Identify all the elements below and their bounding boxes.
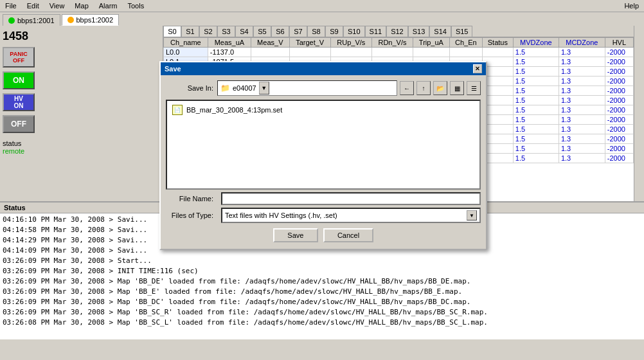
- save-in-dropdown[interactable]: ▼: [259, 82, 269, 94]
- filetype-dropdown-arrow[interactable]: ▼: [467, 210, 477, 221]
- save-in-label: Save In:: [166, 84, 217, 92]
- save-button[interactable]: Save: [273, 228, 318, 242]
- dialog-titlebar: Save ✕: [161, 62, 486, 75]
- file-name-label: File Name:: [166, 195, 217, 203]
- dialog-body: Save In: 📁 e04007 ▼ ← ↑ 📂 ▦ ☰ �: [161, 75, 486, 249]
- file-name-input[interactable]: [221, 192, 481, 205]
- save-in-control: 📁 e04007 ▼ ← ↑ 📂 ▦ ☰: [217, 80, 481, 96]
- folder-icon-small: 📁: [220, 84, 230, 93]
- save-in-row: Save In: 📁 e04007 ▼ ← ↑ 📂 ▦ ☰: [166, 80, 481, 96]
- file-icon: 📄: [172, 105, 183, 115]
- dialog-close-button[interactable]: ✕: [473, 64, 482, 73]
- save-in-value: e04007: [233, 84, 256, 92]
- cancel-button[interactable]: Cancel: [323, 228, 373, 242]
- list-view-btn[interactable]: ▦: [450, 81, 464, 95]
- file-item-name: BB_mar_30_2008_4:13pm.set: [186, 106, 282, 114]
- dialog-overlay: Save ✕ Save In: 📁 e04007 ▼ ← ↑ 📂 ▦ ☰: [0, 0, 644, 360]
- file-name-row: File Name:: [166, 192, 481, 205]
- save-in-combo[interactable]: 📁 e04007 ▼: [217, 80, 397, 96]
- files-type-label: Files of Type:: [166, 212, 217, 219]
- dialog-title: Save: [165, 65, 181, 73]
- details-view-btn[interactable]: ☰: [467, 81, 481, 95]
- save-dialog: Save ✕ Save In: 📁 e04007 ▼ ← ↑ 📂 ▦ ☰: [159, 61, 487, 250]
- up-icon-btn[interactable]: ↑: [416, 81, 431, 95]
- files-type-row: Files of Type: Text files with HV Settin…: [166, 208, 481, 223]
- files-type-value: Text files with HV Settings (.hv, .set): [225, 212, 337, 219]
- file-area: 📄 BB_mar_30_2008_4:13pm.set: [166, 100, 481, 190]
- files-type-combo[interactable]: Text files with HV Settings (.hv, .set) …: [221, 208, 481, 223]
- new-folder-btn[interactable]: 📂: [433, 81, 447, 95]
- file-item[interactable]: 📄 BB_mar_30_2008_4:13pm.set: [170, 104, 477, 116]
- back-icon-btn[interactable]: ←: [400, 81, 414, 95]
- dialog-buttons: Save Cancel: [166, 226, 481, 244]
